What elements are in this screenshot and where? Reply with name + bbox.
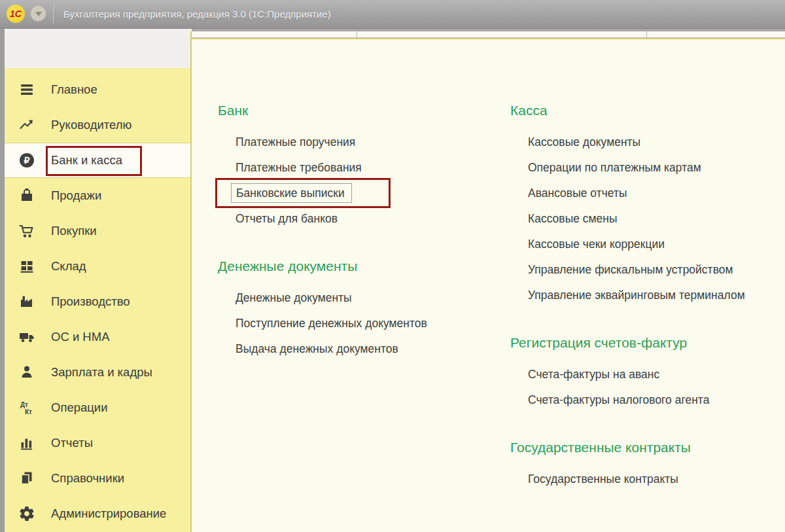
svg-text:Дт: Дт (20, 401, 28, 408)
shopping-bag-icon (18, 187, 35, 204)
content-column-cash: Касса Кассовые документы Операции по пла… (510, 103, 785, 492)
sidebar-item-label: Производство (51, 294, 130, 309)
truck-icon (18, 328, 35, 346)
pallet-grid-icon (18, 258, 35, 275)
sidebar-item-label: Администрирование (51, 506, 166, 521)
content-link[interactable]: Кассовые чеки коррекции (510, 232, 785, 257)
section-money-documents: Денежные документы Денежные документы По… (218, 258, 499, 362)
sidebar-item-label: Главное (51, 82, 97, 97)
svg-text:₽: ₽ (24, 155, 30, 166)
section-title: Касса (510, 103, 785, 118)
tab-divider (357, 31, 357, 37)
content-link-bank-statements[interactable]: Банковские выписки (218, 181, 499, 206)
section-title: Банк (218, 103, 499, 118)
content-link[interactable]: Управление эквайринговым терминалом (510, 283, 785, 308)
content-link[interactable]: Операции по платежным картам (510, 155, 785, 181)
sidebar-item-label: Справочники (51, 471, 124, 486)
section-title: Денежные документы (218, 258, 499, 274)
content-link[interactable]: Кассовые документы (510, 130, 785, 155)
content-link[interactable]: Платежные поручения (218, 130, 499, 155)
bar-chart-icon (18, 434, 35, 452)
content-link[interactable]: Государственные контракты (510, 467, 785, 492)
section-title: Регистрация счетов-фактур (510, 335, 785, 351)
sidebar-item-label: Руководителю (51, 118, 131, 132)
sidebar-item-label: Продажи (51, 188, 101, 203)
window-title: Бухгалтерия предприятия, редакция 3.0 (1… (63, 0, 331, 29)
system-menu-button[interactable] (30, 5, 46, 22)
keyboard-focus-ring: Банковские выписки (231, 183, 352, 203)
sidebar-item-label: Операции (51, 400, 108, 415)
form-tab-strip (192, 31, 785, 38)
sidebar-item-label: Зарплата и кадры (51, 365, 152, 380)
factory-icon (18, 293, 35, 310)
content-link[interactable]: Кассовые смены (510, 206, 785, 232)
content-link[interactable]: Денежные документы (218, 285, 499, 311)
section-state-contracts: Государственные контракты Государственны… (510, 440, 785, 492)
content-link[interactable]: Выдача денежных документов (218, 336, 499, 362)
section-bank: Банк Платежные поручения Платежные требо… (218, 103, 499, 232)
sidebar-item-label: Отчеты (51, 436, 93, 450)
window-left-edge (0, 29, 5, 532)
shopping-cart-icon (18, 222, 35, 239)
sidebar-item-label: Банк и касса (51, 153, 122, 168)
quick-access-toolbar (5, 29, 190, 68)
sidebar-item-purchases[interactable]: Покупки (5, 213, 190, 249)
sidebar-item-directories[interactable]: Справочники (5, 461, 190, 496)
hamburger-menu-icon (18, 81, 35, 98)
sidebar-item-salary-hr[interactable]: Зарплата и кадры (5, 355, 190, 390)
1c-logo-icon: 1С (7, 5, 25, 23)
content-column-bank: Банк Платежные поручения Платежные требо… (218, 103, 499, 362)
section-invoice-registration: Регистрация счетов-фактур Счета-фактуры … (510, 335, 785, 413)
sidebar-item-reports[interactable]: Отчеты (5, 425, 190, 461)
sidebar-item-label: ОС и НМА (51, 330, 109, 344)
debit-credit-icon: ДтКт (18, 399, 35, 416)
sidebar-item-warehouse[interactable]: Склад (5, 249, 190, 284)
sidebar-item-main[interactable]: Главное (5, 72, 190, 107)
ruble-circle-icon: ₽ (18, 152, 35, 169)
chevron-down-icon (35, 12, 42, 16)
content-link[interactable]: Авансовые отчеты (510, 181, 785, 206)
tab-divider (646, 31, 647, 37)
sidebar-item-bank-cash[interactable]: ₽ Банк и касса (5, 143, 190, 178)
sidebar-item-fixed-assets[interactable]: ОС и НМА (5, 319, 190, 355)
content-link[interactable]: Платежные требования (218, 155, 499, 181)
svg-text:Кт: Кт (25, 408, 32, 416)
section-title: Государственные контракты (510, 440, 785, 455)
gear-icon (18, 505, 35, 522)
sidebar-item-sales[interactable]: Продажи (5, 178, 190, 213)
sidebar-item-administration[interactable]: Администрирование (5, 496, 190, 531)
content-link[interactable]: Управление фискальным устройством (510, 257, 785, 283)
content-link[interactable]: Поступление денежных документов (218, 311, 499, 336)
person-icon (18, 364, 35, 381)
sidebar-item-manager[interactable]: Руководителю (5, 107, 190, 143)
stacked-pages-icon (18, 470, 35, 487)
titlebar-divider (53, 5, 54, 24)
content-link[interactable]: Счета-фактуры налогового агента (510, 387, 785, 413)
sidebar-item-operations[interactable]: ДтКт Операции (5, 390, 190, 425)
sidebar-item-label: Покупки (51, 224, 97, 238)
sections-panel: Главное Руководителю ₽ Банк и касса Прод… (5, 68, 190, 532)
sidebar-item-label: Склад (51, 259, 86, 274)
sidebar-item-production[interactable]: Производство (5, 284, 190, 319)
section-cash: Касса Кассовые документы Операции по пла… (510, 103, 785, 308)
trend-arrow-icon (18, 116, 35, 133)
content-link[interactable]: Отчеты для банков (218, 206, 499, 232)
window-titlebar: 1С Бухгалтерия предприятия, редакция 3.0… (0, 0, 785, 29)
content-link[interactable]: Счета-фактуры на аванс (510, 362, 785, 387)
